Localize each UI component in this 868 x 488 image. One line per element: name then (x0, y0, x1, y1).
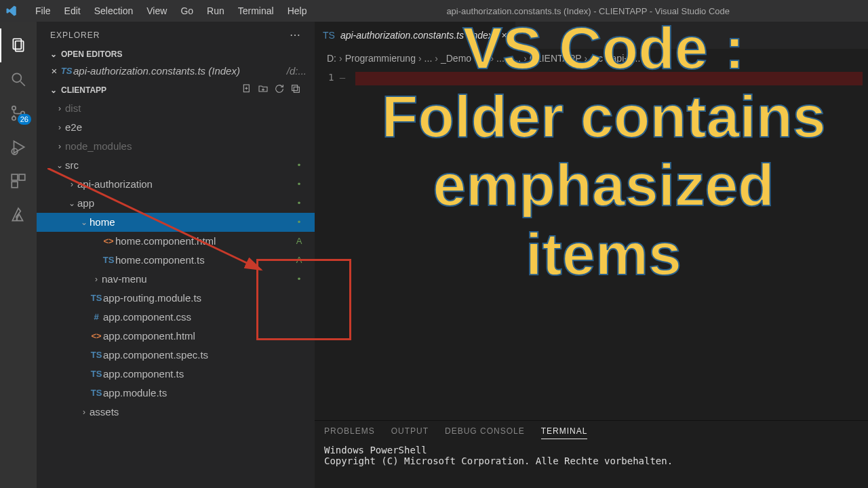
code-editor[interactable]: 1 — (315, 68, 868, 420)
tree-row[interactable]: TShome.component.tsA (37, 251, 315, 270)
editor-area: TS api-authorization.constants.ts (Index… (315, 22, 868, 488)
tree-row[interactable]: ⌄app• (37, 194, 315, 213)
menu-terminal[interactable]: Terminal (231, 0, 281, 22)
run-debug-icon[interactable] (0, 130, 37, 164)
panel-tab-output[interactable]: OUTPUT (391, 426, 429, 439)
svg-rect-11 (12, 182, 18, 188)
breadcrumb[interactable]: D:›Programmierung›...›_Demo›...›...›...›… (315, 49, 868, 68)
ts-file-icon: TS (90, 366, 103, 382)
ts-file-icon: TS (90, 347, 103, 363)
file-tree: ›dist›e2e›node_modules⌄src•›api-authoriz… (37, 99, 315, 488)
open-editor-item[interactable]: × TS api-authorization.constants.ts (Ind… (37, 62, 315, 81)
close-icon[interactable]: × (501, 30, 507, 41)
breadcrumb-segment[interactable]: ... (480, 53, 488, 64)
chevron-right-icon: › (435, 53, 438, 64)
chevron-right-icon: › (585, 53, 588, 64)
git-added-badge: A (292, 233, 307, 249)
tree-row[interactable]: ›api-authorization• (37, 175, 315, 194)
css-file-icon: # (90, 309, 103, 325)
panel-tabs: PROBLEMSOUTPUTDEBUG CONSOLETERMINAL (315, 421, 868, 442)
chevron-down-icon: ⌄ (50, 49, 58, 59)
menu-run[interactable]: Run (200, 0, 231, 22)
editor-tab[interactable]: TS api-authorization.constants.ts (Index… (315, 22, 515, 49)
panel-tab-problems[interactable]: PROBLEMS (324, 426, 375, 439)
tree-row[interactable]: <>app.component.html (37, 327, 315, 346)
tree-row[interactable]: TSapp.component.spec.ts (37, 346, 315, 365)
source-control-icon[interactable]: 26 (0, 96, 37, 130)
breadcrumb-segment[interactable]: D: (327, 53, 336, 64)
chevron-right-icon: › (54, 100, 65, 117)
tree-label: app.component.spec.ts (103, 347, 292, 363)
tree-row[interactable]: ›e2e (37, 118, 315, 137)
chevron-right-icon: › (79, 404, 90, 420)
chevron-right-icon: › (66, 176, 77, 192)
git-modified-dot-icon: • (292, 176, 307, 192)
tree-label: api-authorization (77, 176, 292, 192)
chevron-right-icon: › (339, 53, 342, 64)
tree-row[interactable]: ›assets (37, 403, 315, 422)
tree-row[interactable]: TSapp.module.ts (37, 384, 315, 403)
tree-label: dist (65, 100, 292, 117)
terminal-body[interactable]: Windows PowerShell Copyright (C) Microso… (315, 442, 868, 469)
window-title: api-authorization.constants.ts (Index) -… (313, 6, 863, 16)
open-editors-header[interactable]: ⌄ OPEN EDITORS (37, 47, 315, 62)
terminal-line: Copyright (C) Microsoft Corporation. All… (324, 455, 859, 466)
breadcrumb-segment[interactable]: Programmierung (345, 53, 416, 64)
menu-selection[interactable]: Selection (87, 0, 140, 22)
tree-label: app.component.html (103, 328, 292, 344)
ts-file-icon: TS (323, 30, 335, 41)
breadcrumb-segment[interactable]: _Demo (441, 53, 471, 64)
tree-row[interactable]: #app.component.css (37, 308, 315, 327)
tree-label: app.component.css (103, 309, 292, 325)
tree-row[interactable]: TSapp-routing.module.ts (37, 289, 315, 308)
menu-view[interactable]: View (140, 0, 174, 22)
menu-help[interactable]: Help (281, 0, 314, 22)
new-folder-icon[interactable] (258, 83, 269, 96)
html-file-icon: <> (102, 233, 115, 249)
tree-row[interactable]: ›dist (37, 99, 315, 118)
svg-rect-18 (294, 87, 299, 92)
title-bar: File Edit Selection View Go Run Terminal… (0, 0, 868, 22)
tree-row[interactable]: ⌄src• (37, 156, 315, 175)
chevron-down-icon: ⌄ (66, 195, 77, 211)
breadcrumb-segment[interactable]: api-a... (612, 53, 641, 64)
tree-row[interactable]: <>home.component.htmlA (37, 232, 315, 251)
tree-row[interactable]: ›node_modules (37, 137, 315, 156)
breadcrumb-segment[interactable]: src (590, 53, 603, 64)
chevron-right-icon: › (524, 53, 527, 64)
breadcrumb-segment[interactable]: ... (496, 53, 505, 64)
panel-tab-terminal[interactable]: TERMINAL (541, 426, 588, 439)
explorer-more-icon[interactable]: ⋯ (290, 28, 301, 41)
menu-edit[interactable]: Edit (58, 0, 87, 22)
git-modified-dot-icon: • (292, 195, 307, 211)
tree-row[interactable]: TSapp.component.ts (37, 365, 315, 384)
extensions-icon[interactable] (0, 164, 37, 198)
tree-row[interactable]: ⌄home• (37, 213, 315, 232)
ts-file-icon: TS (90, 385, 103, 401)
breadcrumb-segment[interactable]: ... (425, 53, 433, 64)
collapse-all-icon[interactable] (290, 83, 301, 96)
panel-tab-debug-console[interactable]: DEBUG CONSOLE (445, 426, 525, 439)
breadcrumb-segment[interactable]: ... (513, 53, 521, 64)
tree-label: e2e (65, 119, 292, 136)
azure-icon[interactable] (0, 198, 37, 232)
new-file-icon[interactable] (241, 83, 252, 96)
tree-row[interactable]: ›nav-menu• (37, 270, 315, 289)
line-number: 1 — (328, 72, 345, 83)
editor-tabs: TS api-authorization.constants.ts (Index… (315, 22, 868, 49)
refresh-icon[interactable] (274, 83, 285, 96)
chevron-down-icon: ⌄ (54, 157, 65, 174)
open-editor-label: api-authorization.constants.ts (Index) (73, 63, 283, 79)
svg-rect-0 (13, 39, 21, 49)
explorer-title: EXPLORER (50, 30, 100, 40)
menu-go[interactable]: Go (174, 0, 200, 22)
menu-file[interactable]: File (28, 0, 58, 22)
chevron-right-icon: › (474, 53, 477, 64)
search-icon[interactable] (0, 62, 37, 96)
workspace-header[interactable]: ⌄ CLIENTAPP (37, 81, 315, 99)
svg-point-2 (12, 73, 21, 82)
explorer-icon[interactable] (0, 28, 37, 62)
close-icon[interactable]: × (49, 63, 60, 79)
breadcrumb-segment[interactable]: CLIENTAPP (530, 53, 582, 64)
tab-label: api-authorization.constants.ts (Index) (340, 30, 496, 41)
